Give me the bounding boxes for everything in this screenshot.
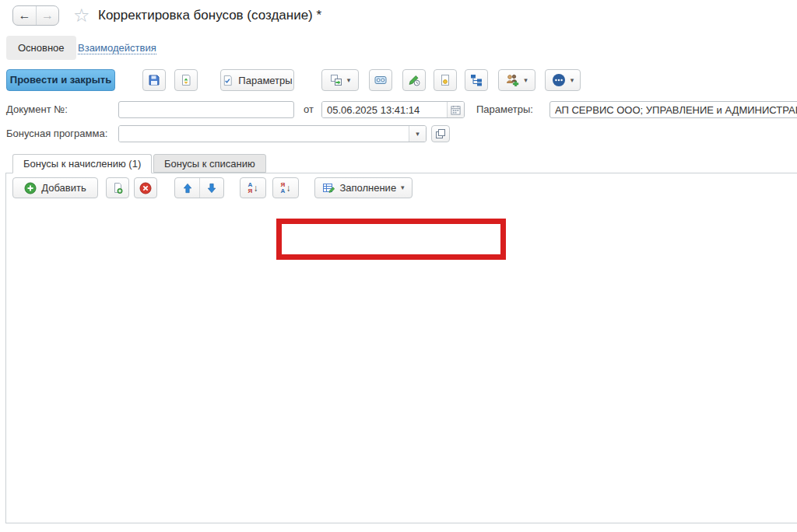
section-link-interactions[interactable]: Взаимодействия xyxy=(78,42,156,54)
chevron-down-icon: ▾ xyxy=(571,77,574,84)
fill-menu-label: Заполнение xyxy=(339,182,396,194)
tab-content-panel xyxy=(5,173,797,523)
move-row-down-button[interactable] xyxy=(199,178,223,198)
delete-row-button[interactable] xyxy=(134,177,157,198)
date-field xyxy=(321,101,465,118)
history-nav: ← → xyxy=(12,5,59,26)
date-prefix-label: от xyxy=(304,101,314,118)
pencil-clock-icon xyxy=(408,74,420,86)
sort-descending-icon: ЯА ↓ xyxy=(281,182,291,194)
add-row-label: Добавить xyxy=(41,182,86,194)
add-row-button[interactable]: Добавить xyxy=(12,177,98,198)
change-history-button[interactable] xyxy=(402,69,426,91)
calendar-icon xyxy=(451,105,461,115)
tree-structure-icon xyxy=(470,74,483,86)
forward-arrow-icon[interactable]: → xyxy=(36,6,58,25)
delete-cross-icon xyxy=(139,182,152,194)
back-arrow-icon[interactable]: ← xyxy=(13,6,36,25)
copy-document-icon xyxy=(111,182,124,194)
create-based-on-button[interactable]: ▾ xyxy=(321,69,359,91)
post-document-icon xyxy=(180,74,192,86)
favorite-star-icon[interactable]: ☆ xyxy=(73,5,90,26)
page-title: Корректировка бонусов (создание) * xyxy=(98,8,321,23)
bonus-program-label: Бонусная программа: xyxy=(6,125,107,142)
doc-number-label: Документ №: xyxy=(6,101,68,118)
bonus-program-input[interactable] xyxy=(119,126,409,142)
sort-descending-button[interactable]: ЯА ↓ xyxy=(272,177,299,198)
floppy-icon xyxy=(148,74,160,86)
tab-bonuses-accrual[interactable]: Бонусы к начислению (1) xyxy=(12,154,152,173)
post-document-button[interactable] xyxy=(174,69,198,91)
more-ellipsis-icon xyxy=(552,73,566,87)
fill-menu-button[interactable]: Заполнение ▾ xyxy=(314,177,413,198)
move-row-up-button[interactable] xyxy=(175,178,199,198)
related-documents-button[interactable] xyxy=(369,69,392,91)
arrow-down-icon xyxy=(206,183,217,194)
chevron-down-icon: ▾ xyxy=(347,77,351,84)
arrow-up-icon xyxy=(182,183,193,194)
bonus-program-open-button[interactable] xyxy=(431,125,450,142)
copy-row-button[interactable] xyxy=(106,177,129,198)
open-in-window-icon xyxy=(435,128,446,139)
parameters-button-label: Параметры xyxy=(238,75,292,86)
sort-ascending-button[interactable]: АЯ ↓ xyxy=(240,177,266,198)
fill-table-icon xyxy=(322,182,335,194)
sort-ascending-icon: АЯ ↓ xyxy=(248,182,258,194)
document-structure-button[interactable] xyxy=(465,69,488,91)
parameters-doc-icon xyxy=(222,75,233,86)
chevron-down-icon: ▾ xyxy=(416,131,420,138)
discuss-users-button[interactable]: ▾ xyxy=(498,69,535,91)
parameters-value-field[interactable] xyxy=(549,101,797,118)
move-row-buttons xyxy=(174,177,224,198)
date-input[interactable] xyxy=(322,102,447,117)
parameters-field-label: Параметры: xyxy=(476,101,533,118)
save-button[interactable] xyxy=(142,69,166,91)
attached-files-button[interactable] xyxy=(434,69,457,91)
chevron-down-icon: ▾ xyxy=(401,184,405,191)
tape-icon xyxy=(374,75,387,86)
bonus-program-field: ▾ xyxy=(118,125,427,142)
more-actions-button[interactable]: ▾ xyxy=(545,69,581,91)
document-marker-icon xyxy=(439,74,451,86)
section-tab-main[interactable]: Основное xyxy=(6,36,76,60)
add-plus-icon xyxy=(24,182,37,194)
chevron-down-icon: ▾ xyxy=(524,77,528,84)
post-and-close-button[interactable]: Провести и закрыть xyxy=(6,69,115,91)
parameters-button[interactable]: Параметры xyxy=(220,69,294,91)
bonus-program-dropdown-button[interactable]: ▾ xyxy=(409,126,426,142)
doc-number-input[interactable] xyxy=(118,101,294,118)
tab-bonuses-writeoff[interactable]: Бонусы к списанию xyxy=(153,154,266,173)
create-based-on-icon xyxy=(330,74,342,86)
users-plus-icon xyxy=(506,74,519,86)
calendar-button[interactable] xyxy=(447,102,464,117)
